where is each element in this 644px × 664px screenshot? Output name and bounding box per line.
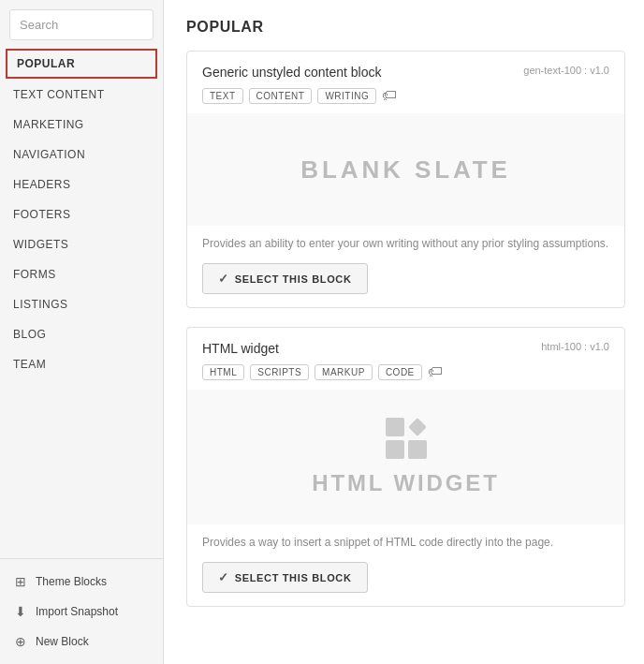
- hw-cell-square: [408, 440, 427, 459]
- preview-text-html: HTML WIDGET: [312, 470, 500, 496]
- card-version-html-widget: html-100 : v1.0: [541, 341, 609, 352]
- select-button-label: SELECT THIS BLOCK: [235, 273, 352, 285]
- tag-content: CONTENT: [249, 88, 313, 104]
- sidebar-item-team[interactable]: TEAM: [0, 349, 163, 379]
- select-button-label: SELECT THIS BLOCK: [235, 572, 352, 583]
- card-tags-generic-unstyled: TEXTCONTENTWRITING🏷: [187, 87, 624, 113]
- card-title-html-widget: HTML widget: [202, 341, 279, 356]
- footer-item-label-theme-blocks: Theme Blocks: [36, 575, 107, 588]
- hw-cell-square: [386, 418, 404, 436]
- footer-item-label-new-block: New Block: [36, 635, 89, 648]
- footer-item-theme-blocks[interactable]: ⊞Theme Blocks: [0, 567, 163, 597]
- footer-item-import-snapshot[interactable]: ⬇Import Snapshot: [0, 597, 163, 627]
- cloud-down-icon: ⬇: [13, 604, 28, 619]
- hw-cell-square: [386, 440, 404, 459]
- sidebar-item-forms[interactable]: FORMS: [0, 259, 163, 289]
- tag-bookmark-icon: 🏷: [382, 87, 397, 104]
- grid-icon: ⊞: [13, 574, 28, 589]
- tag-bookmark-icon: 🏷: [428, 363, 443, 380]
- tag-html: HTML: [202, 364, 244, 380]
- section-title: POPULAR: [186, 19, 625, 36]
- card-header-html-widget: HTML widgethtml-100 : v1.0: [187, 328, 624, 363]
- sidebar-item-widgets[interactable]: WIDGETS: [0, 229, 163, 259]
- sidebar-item-marketing[interactable]: MARKETING: [0, 110, 163, 140]
- preview-text-blank: BLANK SLATE: [300, 155, 510, 184]
- card-title-generic-unstyled: Generic unstyled content block: [202, 65, 381, 80]
- hw-cell-diamond: [408, 418, 427, 436]
- tag-code: CODE: [378, 364, 422, 380]
- checkmark-icon: ✓: [218, 272, 229, 286]
- select-block-button-generic-unstyled[interactable]: ✓SELECT THIS BLOCK: [202, 263, 368, 294]
- search-input[interactable]: Search: [9, 9, 154, 40]
- sidebar-item-listings[interactable]: LISTINGS: [0, 289, 163, 319]
- card-description-html-widget: Provides a way to insert a snippet of HT…: [187, 524, 624, 562]
- sidebar-item-headers[interactable]: HEADERS: [0, 170, 163, 199]
- card-preview-generic-unstyled: BLANK SLATE: [187, 113, 624, 226]
- footer-item-new-block[interactable]: ⊕New Block: [0, 627, 163, 657]
- block-card-html-widget: HTML widgethtml-100 : v1.0HTMLSCRIPTSMAR…: [186, 327, 625, 607]
- select-block-button-html-widget[interactable]: ✓SELECT THIS BLOCK: [202, 562, 368, 593]
- card-preview-html-widget: HTML WIDGET: [187, 390, 624, 524]
- card-action-generic-unstyled: ✓SELECT THIS BLOCK: [187, 263, 624, 307]
- tag-scripts: SCRIPTS: [250, 364, 309, 380]
- sidebar-item-footers[interactable]: FOOTERS: [0, 199, 163, 229]
- nav-list: POPULARTEXT CONTENTMARKETINGNAVIGATIONHE…: [0, 48, 163, 558]
- card-description-generic-unstyled: Provides an ability to enter your own wr…: [187, 226, 624, 263]
- sidebar-footer: ⊞Theme Blocks⬇Import Snapshot⊕New Block: [0, 558, 163, 664]
- block-card-generic-unstyled: Generic unstyled content blockgen-text-1…: [186, 51, 625, 308]
- sidebar-item-popular[interactable]: POPULAR: [6, 49, 157, 79]
- card-header-generic-unstyled: Generic unstyled content blockgen-text-1…: [187, 52, 624, 87]
- checkmark-icon: ✓: [218, 570, 229, 584]
- main-content: POPULAR Generic unstyled content blockge…: [164, 0, 644, 664]
- sidebar-item-text-content[interactable]: TEXT CONTENT: [0, 80, 163, 110]
- card-action-html-widget: ✓SELECT THIS BLOCK: [187, 562, 624, 606]
- tag-writing: WRITING: [317, 88, 376, 104]
- footer-item-label-import-snapshot: Import Snapshot: [36, 605, 118, 618]
- html-widget-icon: [386, 418, 427, 459]
- sidebar-item-navigation[interactable]: NAVIGATION: [0, 140, 163, 170]
- plus-circle-icon: ⊕: [13, 634, 28, 649]
- sidebar: Search POPULARTEXT CONTENTMARKETINGNAVIG…: [0, 0, 164, 664]
- tag-text: TEXT: [202, 88, 243, 104]
- sidebar-item-blog[interactable]: BLOG: [0, 319, 163, 349]
- card-tags-html-widget: HTMLSCRIPTSMARKUPCODE🏷: [187, 363, 624, 390]
- card-version-generic-unstyled: gen-text-100 : v1.0: [523, 65, 609, 76]
- tag-markup: MARKUP: [315, 364, 373, 380]
